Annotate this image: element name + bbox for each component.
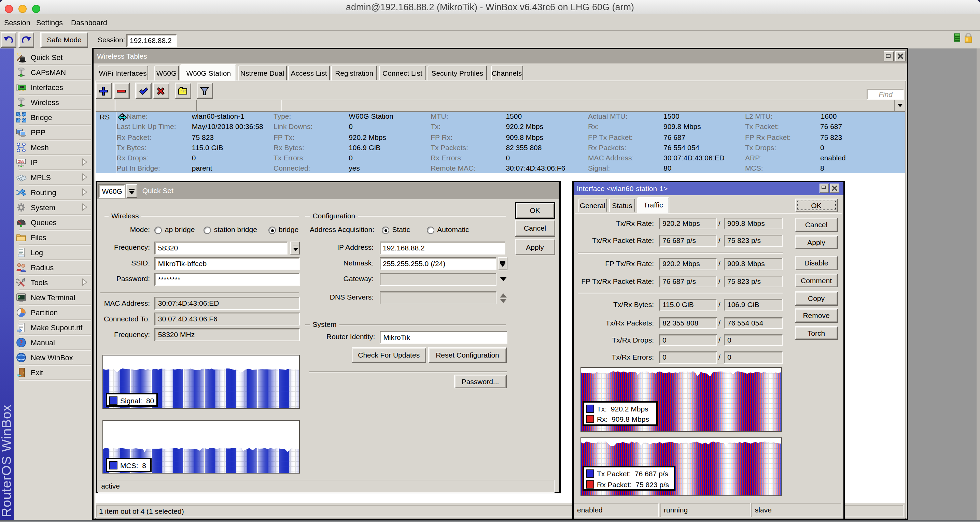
svg-text:255: 255 bbox=[18, 159, 24, 163]
svg-text:RouterOS WinBox: RouterOS WinBox bbox=[0, 404, 14, 517]
svg-text:?: ? bbox=[19, 339, 23, 346]
